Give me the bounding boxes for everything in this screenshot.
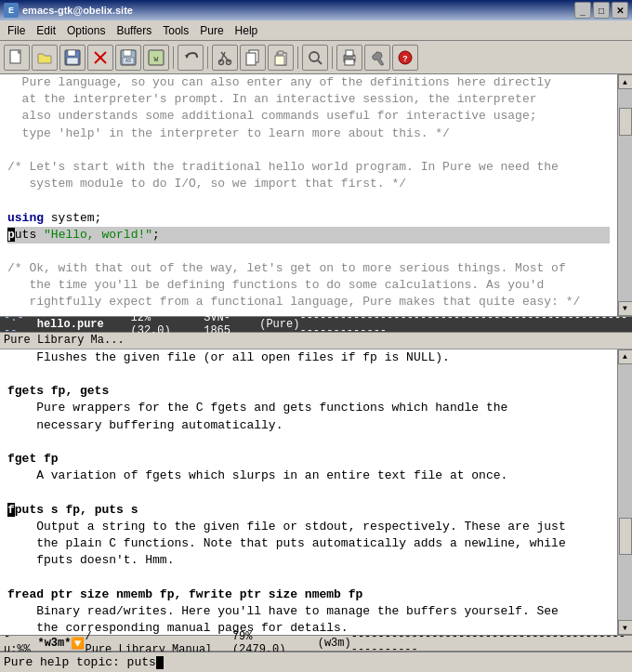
editor-status-bar: -:--- hello.pure 12% (32,0) SVN-1865 (Pu… <box>0 316 632 333</box>
menu-pure[interactable]: Pure <box>194 22 229 39</box>
svg-text:AS: AS <box>125 59 131 64</box>
editor-line-11 <box>7 244 610 260</box>
bottom-scroll-thumb[interactable] <box>619 518 632 555</box>
bottom-scroll-track[interactable] <box>618 364 633 620</box>
editor-line-15 <box>7 311 610 316</box>
close-button[interactable]: ✕ <box>612 2 628 19</box>
svg-rect-3 <box>67 58 78 64</box>
editor-line-4: type 'help' in the interpreter to learn … <box>7 125 610 142</box>
editor-line-10: puts "Hello, world!"; <box>7 227 610 244</box>
write-button[interactable]: W <box>143 45 169 71</box>
editor-scroll-up[interactable]: ▲ <box>618 74 633 89</box>
editor-status-space3 <box>184 318 204 331</box>
bottom-line-13: fputs doesn't. Hmm. <box>7 552 610 569</box>
editor-status-space2 <box>104 318 131 331</box>
bottom-line-6 <box>7 434 610 451</box>
bottom-line-14 <box>7 569 610 586</box>
input-bar: Pure help topic: puts <box>0 652 632 672</box>
bottom-line-1: Flushes the given file (or all open file… <box>7 349 610 366</box>
print-button[interactable] <box>336 45 362 71</box>
menu-help[interactable]: Help <box>230 22 264 39</box>
save-as-button[interactable]: AS <box>115 45 141 71</box>
svg-rect-7 <box>124 50 131 56</box>
menu-edit[interactable]: Edit <box>31 22 61 39</box>
undo-button[interactable] <box>178 45 204 71</box>
search-button[interactable] <box>302 45 328 71</box>
editor-status-space4 <box>246 318 259 331</box>
editor-line-13: the time you'll be defining functions to… <box>7 277 610 294</box>
title-bar: E emacs-gtk@obelix.site _ □ ✕ <box>0 0 632 20</box>
editor-line-8 <box>7 192 610 209</box>
editor-pane: Pure language, so you can also enter any… <box>0 74 632 316</box>
separator-4 <box>332 46 333 69</box>
separator-1 <box>173 46 174 69</box>
editor-scrollbar[interactable]: ▲ ▼ <box>617 74 632 316</box>
svg-rect-20 <box>278 51 283 55</box>
bottom-line-5: necessary buffering automatically. <box>7 417 610 434</box>
separator-2 <box>207 46 208 69</box>
window-controls: _ □ ✕ <box>574 2 628 19</box>
editor-line-6: /* Let's start with the traditional hell… <box>7 159 610 176</box>
svg-text:W: W <box>154 55 159 63</box>
copy-button[interactable] <box>240 45 266 71</box>
title-bar-left: E emacs-gtk@obelix.site <box>4 3 133 18</box>
editor-line-3: also understands some additional command… <box>7 108 610 125</box>
input-cursor <box>156 656 164 669</box>
bottom-scrollbar[interactable]: ▲ ▼ <box>617 349 632 635</box>
help-button[interactable]: ? <box>392 45 418 71</box>
editor-status-major-mode: (Pure) <box>259 318 299 331</box>
editor-line-1: Pure language, so you can also enter any… <box>7 74 610 91</box>
editor-line-14: rightfully expect from a functional lang… <box>7 294 610 310</box>
editor-scroll-down[interactable]: ▼ <box>618 301 633 316</box>
input-label: Pure help topic: puts <box>4 655 156 669</box>
bottom-line-3: fgets fp, gets <box>7 383 610 400</box>
minimize-button[interactable]: _ <box>574 2 591 19</box>
editor-status-space1 <box>31 318 37 331</box>
bottom-line-8: A variation of fgets which slurps in an … <box>7 468 610 484</box>
bottom-scroll-up[interactable]: ▲ <box>618 349 633 364</box>
editor-scroll-track[interactable] <box>618 89 633 301</box>
window-title: emacs-gtk@obelix.site <box>22 5 133 16</box>
close-document-button[interactable] <box>87 45 113 71</box>
editor-scroll-thumb[interactable] <box>619 108 632 136</box>
svg-text:?: ? <box>402 55 407 64</box>
menu-tools[interactable]: Tools <box>157 22 194 39</box>
bottom-pane: Flushes the given file (or all open file… <box>0 349 632 635</box>
cut-button[interactable] <box>212 45 238 71</box>
bottom-line-16: Binary read/writes. Here you'll have to … <box>7 603 610 620</box>
editor-line-5 <box>7 142 610 159</box>
tools-button[interactable] <box>364 45 390 71</box>
editor-content[interactable]: Pure language, so you can also enter any… <box>0 74 617 316</box>
editor-line-7: system module to do I/O, so we import th… <box>7 176 610 192</box>
separator-3 <box>297 46 298 69</box>
open-file-button[interactable] <box>32 45 58 71</box>
editor-line-12: /* Ok, with that out of the way, let's g… <box>7 260 610 277</box>
bottom-pane-title: Pure Library Ma... <box>0 333 632 349</box>
svg-marker-12 <box>185 55 189 59</box>
editor-line-2: at the interpreter's prompt. In an inter… <box>7 91 610 108</box>
maximize-button[interactable]: □ <box>593 2 610 19</box>
paste-button[interactable] <box>268 45 294 71</box>
bottom-status-w3m: *w3m* <box>37 637 71 650</box>
svg-rect-21 <box>275 56 284 65</box>
menu-options[interactable]: Options <box>61 22 111 39</box>
svg-point-27 <box>353 57 355 59</box>
menu-file[interactable]: File <box>2 22 31 39</box>
bottom-line-10: fputs s fp, puts s <box>7 502 610 519</box>
svg-point-16 <box>227 59 231 64</box>
svg-point-22 <box>309 52 319 61</box>
bottom-line-7: fget fp <box>7 451 610 468</box>
editor-status-filename: hello.pure <box>37 318 104 331</box>
svg-line-23 <box>318 60 322 64</box>
bottom-content[interactable]: Flushes the given file (or all open file… <box>0 349 617 635</box>
bottom-line-15: fread ptr size nmemb fp, fwrite ptr size… <box>7 586 610 603</box>
app-icon: E <box>4 3 19 18</box>
save-button[interactable] <box>59 45 86 71</box>
menu-buffers[interactable]: Buffers <box>111 22 157 39</box>
toolbar: AS W ? <box>0 41 632 74</box>
svg-rect-18 <box>246 53 256 65</box>
new-file-button[interactable] <box>4 45 30 71</box>
bottom-status-space2 <box>212 637 232 650</box>
bottom-line-9 <box>7 484 610 501</box>
bottom-status-major-mode: (w3m) <box>318 637 351 650</box>
